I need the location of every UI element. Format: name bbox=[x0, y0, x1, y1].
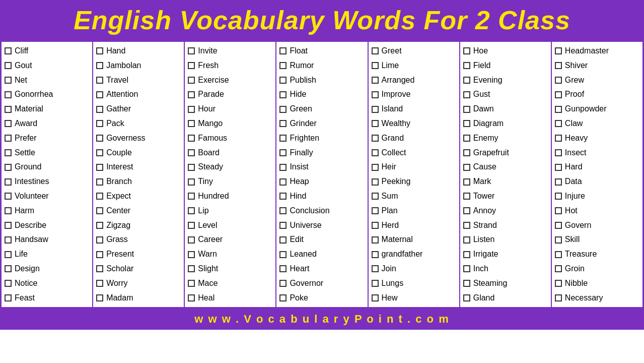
list-item[interactable]: Gunpowder bbox=[555, 102, 639, 116]
checkbox-icon[interactable] bbox=[5, 193, 12, 200]
checkbox-icon[interactable] bbox=[5, 91, 12, 98]
checkbox-icon[interactable] bbox=[188, 222, 195, 229]
checkbox-icon[interactable] bbox=[372, 47, 379, 54]
checkbox-icon[interactable] bbox=[279, 193, 287, 200]
checkbox-icon[interactable] bbox=[463, 164, 470, 171]
checkbox-icon[interactable] bbox=[5, 265, 12, 272]
checkbox-icon[interactable] bbox=[279, 91, 287, 98]
checkbox-icon[interactable] bbox=[555, 106, 562, 113]
checkbox-icon[interactable] bbox=[463, 222, 470, 229]
checkbox-icon[interactable] bbox=[188, 251, 195, 258]
checkbox-icon[interactable] bbox=[555, 47, 562, 54]
checkbox-icon[interactable] bbox=[279, 236, 287, 244]
list-item[interactable]: Governess bbox=[96, 131, 181, 146]
list-item[interactable]: Board bbox=[188, 146, 272, 160]
list-item[interactable]: Grass bbox=[96, 232, 181, 247]
checkbox-icon[interactable] bbox=[372, 149, 379, 156]
checkbox-icon[interactable] bbox=[279, 106, 287, 113]
checkbox-icon[interactable] bbox=[372, 236, 379, 244]
checkbox-icon[interactable] bbox=[5, 135, 12, 142]
list-item[interactable]: Grand bbox=[372, 131, 456, 146]
checkbox-icon[interactable] bbox=[279, 149, 287, 156]
list-item[interactable]: Notice bbox=[5, 276, 89, 291]
list-item[interactable]: Annoy bbox=[463, 204, 548, 218]
list-item[interactable]: Heir bbox=[372, 160, 456, 174]
checkbox-icon[interactable] bbox=[372, 62, 379, 69]
list-item[interactable]: Design bbox=[5, 262, 89, 276]
list-item[interactable]: Injure bbox=[555, 189, 639, 204]
list-item[interactable]: Inch bbox=[463, 262, 548, 276]
list-item[interactable]: Hew bbox=[372, 291, 456, 306]
checkbox-icon[interactable] bbox=[555, 222, 562, 229]
list-item[interactable]: Evening bbox=[463, 73, 548, 88]
list-item[interactable]: Heal bbox=[188, 291, 272, 306]
list-item[interactable]: Hide bbox=[279, 87, 364, 102]
list-item[interactable]: Poke bbox=[279, 291, 364, 306]
checkbox-icon[interactable] bbox=[188, 77, 195, 84]
checkbox-icon[interactable] bbox=[279, 77, 287, 84]
checkbox-icon[interactable] bbox=[5, 149, 12, 156]
checkbox-icon[interactable] bbox=[279, 294, 287, 301]
checkbox-icon[interactable] bbox=[188, 149, 195, 156]
list-item[interactable]: Feast bbox=[5, 291, 89, 306]
list-item[interactable]: Career bbox=[188, 232, 272, 247]
checkbox-icon[interactable] bbox=[372, 106, 379, 113]
list-item[interactable]: Steady bbox=[188, 160, 272, 174]
checkbox-icon[interactable] bbox=[463, 106, 470, 113]
checkbox-icon[interactable] bbox=[188, 193, 195, 200]
list-item[interactable]: Claw bbox=[555, 116, 639, 131]
list-item[interactable]: Couple bbox=[96, 146, 181, 160]
checkbox-icon[interactable] bbox=[96, 120, 103, 127]
checkbox-icon[interactable] bbox=[188, 164, 195, 171]
checkbox-icon[interactable] bbox=[96, 265, 103, 272]
checkbox-icon[interactable] bbox=[188, 135, 195, 142]
checkbox-icon[interactable] bbox=[463, 294, 470, 301]
list-item[interactable]: Gust bbox=[463, 87, 548, 102]
list-item[interactable]: Interest bbox=[96, 160, 181, 174]
checkbox-icon[interactable] bbox=[279, 135, 287, 142]
list-item[interactable]: Exercise bbox=[188, 73, 272, 88]
checkbox-icon[interactable] bbox=[463, 120, 470, 127]
list-item[interactable]: Herd bbox=[372, 218, 456, 233]
list-item[interactable]: Madam bbox=[96, 291, 181, 306]
list-item[interactable]: Governor bbox=[279, 276, 364, 291]
checkbox-icon[interactable] bbox=[372, 251, 379, 258]
list-item[interactable]: Finally bbox=[279, 146, 364, 160]
list-item[interactable]: Headmaster bbox=[555, 44, 639, 58]
list-item[interactable]: Tower bbox=[463, 189, 548, 204]
checkbox-icon[interactable] bbox=[5, 280, 12, 287]
list-item[interactable]: Proof bbox=[555, 87, 639, 102]
list-item[interactable]: Slight bbox=[188, 262, 272, 276]
list-item[interactable]: Rumor bbox=[279, 58, 364, 73]
checkbox-icon[interactable] bbox=[279, 251, 287, 258]
list-item[interactable]: Float bbox=[279, 44, 364, 58]
list-item[interactable]: Hand bbox=[96, 44, 181, 58]
list-item[interactable]: Gonorrhea bbox=[5, 87, 89, 102]
checkbox-icon[interactable] bbox=[188, 280, 195, 287]
list-item[interactable]: Prefer bbox=[5, 131, 89, 146]
checkbox-icon[interactable] bbox=[555, 91, 562, 98]
list-item[interactable]: Expect bbox=[96, 189, 181, 204]
list-item[interactable]: Gland bbox=[463, 291, 548, 306]
list-item[interactable]: Grew bbox=[555, 73, 639, 88]
checkbox-icon[interactable] bbox=[463, 251, 470, 258]
checkbox-icon[interactable] bbox=[372, 77, 379, 84]
checkbox-icon[interactable] bbox=[96, 236, 103, 244]
checkbox-icon[interactable] bbox=[5, 106, 12, 113]
checkbox-icon[interactable] bbox=[96, 149, 103, 156]
checkbox-icon[interactable] bbox=[372, 280, 379, 287]
list-item[interactable]: Heart bbox=[279, 262, 364, 276]
checkbox-icon[interactable] bbox=[463, 193, 470, 200]
list-item[interactable]: Life bbox=[5, 247, 89, 262]
checkbox-icon[interactable] bbox=[555, 294, 562, 301]
list-item[interactable]: Peeking bbox=[372, 174, 456, 189]
list-item[interactable]: Groin bbox=[555, 262, 639, 276]
checkbox-icon[interactable] bbox=[279, 207, 287, 214]
checkbox-icon[interactable] bbox=[96, 77, 103, 84]
list-item[interactable]: Govern bbox=[555, 218, 639, 233]
checkbox-icon[interactable] bbox=[5, 251, 12, 258]
checkbox-icon[interactable] bbox=[5, 207, 12, 214]
list-item[interactable]: Level bbox=[188, 218, 272, 233]
checkbox-icon[interactable] bbox=[188, 294, 195, 301]
checkbox-icon[interactable] bbox=[279, 280, 287, 287]
